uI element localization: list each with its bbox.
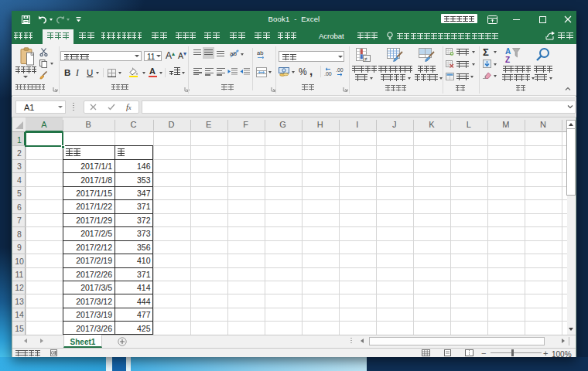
svg-text:A: A	[505, 47, 511, 56]
svg-text:≠: ≠	[364, 56, 368, 62]
svg-text:ab: ab	[230, 50, 237, 57]
svg-text:ab: ab	[257, 49, 263, 56]
svg-text:.00: .00	[336, 67, 344, 73]
svg-text:.00: .00	[324, 71, 332, 77]
svg-text:Z: Z	[505, 56, 510, 63]
